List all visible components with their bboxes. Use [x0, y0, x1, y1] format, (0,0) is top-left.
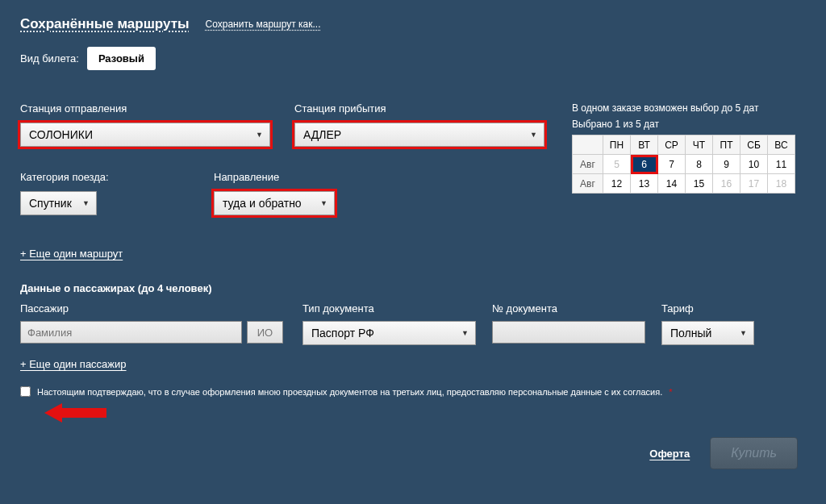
required-star: * [669, 387, 672, 397]
doc-number-input[interactable] [492, 321, 645, 344]
cal-day-sun: ВС [768, 135, 795, 155]
passengers-title: Данные о пассажирах (до 4 человек) [20, 282, 806, 294]
cal-date[interactable]: 11 [768, 155, 795, 174]
buy-button[interactable]: Купить [710, 437, 798, 469]
cal-day-sat: СБ [740, 135, 768, 155]
saved-routes-link[interactable]: Сохранённые маршруты [20, 16, 190, 32]
train-category-value: Спутник [29, 197, 72, 210]
cal-month-2: Авг [573, 174, 603, 194]
pax-col-num: № документа [492, 302, 645, 314]
initials-input[interactable] [247, 321, 283, 344]
add-passenger-link[interactable]: + Еще один пассажир [20, 358, 127, 370]
date-calendar: ПН ВТ СР ЧТ ПТ СБ ВС Авг 5 6 7 8 9 10 11… [572, 135, 795, 194]
train-category-select[interactable]: Спутник [20, 191, 97, 215]
annotation-arrow [44, 403, 806, 423]
cal-date[interactable]: 17 [740, 174, 768, 194]
cal-month-1: Авг [573, 155, 603, 174]
direction-select[interactable]: туда и обратно [214, 191, 335, 215]
surname-input[interactable] [20, 321, 242, 344]
tarif-value: Полный [670, 327, 711, 339]
tarif-select[interactable]: Полный [661, 321, 754, 345]
cal-date[interactable]: 15 [686, 174, 713, 194]
from-station-select[interactable]: СОЛОНИКИ [20, 123, 270, 147]
to-station-label: Станция прибытия [294, 102, 544, 115]
direction-label: Направление [214, 171, 363, 183]
consent-checkbox[interactable] [20, 386, 31, 397]
train-category-label: Категория поезда: [20, 171, 125, 183]
pax-col-doc: Тип документа [302, 302, 476, 314]
cal-date[interactable]: 8 [686, 155, 713, 174]
cal-date-selected[interactable]: 6 [631, 155, 658, 174]
calendar-info-max: В одном заказе возможен выбор до 5 дат [572, 102, 806, 114]
to-station-select[interactable]: АДЛЕР [294, 123, 544, 147]
cal-date[interactable]: 12 [603, 174, 631, 194]
doc-type-value: Паспорт РФ [311, 327, 374, 339]
from-station-value: СОЛОНИКИ [29, 128, 93, 141]
cal-date[interactable]: 9 [713, 155, 740, 174]
cal-day-wed: СР [658, 135, 686, 155]
cal-day-mon: ПН [603, 135, 631, 155]
offer-link[interactable]: Оферта [649, 448, 690, 460]
save-route-as-link[interactable]: Сохранить маршрут как... [206, 19, 321, 30]
from-station-label: Станция отправления [20, 102, 270, 115]
pax-col-name: Пассажир [20, 302, 286, 314]
cal-date[interactable]: 18 [768, 174, 795, 194]
cal-date[interactable]: 16 [713, 174, 740, 194]
direction-value: туда и обратно [223, 197, 302, 210]
cal-day-fri: ПТ [713, 135, 740, 155]
doc-type-select[interactable]: Паспорт РФ [302, 321, 476, 345]
ticket-type-label: Вид билета: [20, 52, 79, 65]
cal-date[interactable]: 13 [631, 174, 658, 194]
pax-col-tarif: Тариф [661, 302, 754, 314]
cal-day-thu: ЧТ [686, 135, 713, 155]
cal-date[interactable]: 10 [740, 155, 768, 174]
cal-date[interactable]: 14 [658, 174, 686, 194]
to-station-value: АДЛЕР [303, 128, 341, 141]
calendar-info-selected: Выбрано 1 из 5 дат [572, 119, 806, 130]
ticket-type-button[interactable]: Разовый [87, 47, 156, 70]
cal-date[interactable]: 7 [658, 155, 686, 174]
cal-day-tue: ВТ [631, 135, 658, 155]
consent-text: Настоящим подтверждаю, что в случае офор… [37, 387, 662, 397]
cal-date[interactable]: 5 [603, 155, 631, 174]
add-route-link[interactable]: + Еще один маршрут [20, 248, 123, 260]
